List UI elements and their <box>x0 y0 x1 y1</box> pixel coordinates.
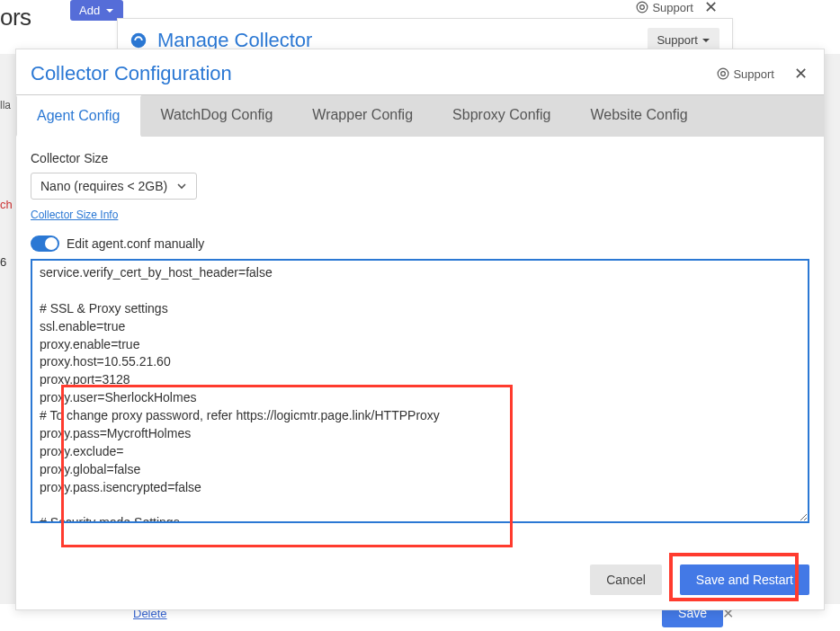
close-icon[interactable]: ✕ <box>702 0 719 17</box>
svg-point-4 <box>721 72 726 76</box>
agent-conf-textarea[interactable] <box>31 259 809 523</box>
inner-modal-top-right: Support ✕ <box>717 64 809 84</box>
collector-config-modal: Collector Configuration Support ✕ Agent … <box>15 49 825 610</box>
collector-size-value: Nano (requires < 2GB) <box>40 179 167 193</box>
tab-agent-config[interactable]: Agent Config <box>16 95 141 137</box>
support-link[interactable]: Support <box>717 67 774 81</box>
collector-size-info-link[interactable]: Collector Size Info <box>31 209 809 221</box>
modal-footer: Cancel Save and Restart <box>16 538 824 609</box>
svg-point-1 <box>640 5 645 10</box>
bg-text-fragment: lla <box>0 99 11 111</box>
bg-text-fragment: ch <box>0 198 13 211</box>
bg-text-fragment: 6 <box>0 255 6 269</box>
inner-modal-title: Collector Configuration <box>31 62 717 85</box>
collector-size-label: Collector Size <box>31 151 809 165</box>
add-button[interactable]: Add <box>70 0 123 21</box>
tab-wrapper-config[interactable]: Wrapper Config <box>292 95 433 137</box>
config-tabs: Agent Config WatchDog Config Wrapper Con… <box>16 94 824 137</box>
tab-website-config[interactable]: Website Config <box>570 95 707 137</box>
chevron-down-icon <box>176 181 187 191</box>
support-label: Support <box>733 67 774 81</box>
bg-title-fragment: ors <box>0 4 31 31</box>
edit-manually-label: Edit agent.conf manually <box>67 236 204 251</box>
svg-point-0 <box>638 2 648 13</box>
svg-point-2 <box>131 32 147 48</box>
edit-manually-toggle[interactable] <box>31 236 59 252</box>
support-icon <box>717 67 729 80</box>
inner-modal-header: Collector Configuration Support ✕ <box>16 49 824 94</box>
support-label: Support <box>652 1 693 14</box>
cancel-button[interactable]: Cancel <box>590 564 662 595</box>
support-link[interactable]: Support <box>636 1 693 14</box>
close-icon[interactable]: ✕ <box>792 64 809 84</box>
collector-size-select[interactable]: Nano (requires < 2GB) <box>31 173 197 200</box>
edit-manually-row: Edit agent.conf manually <box>31 236 809 252</box>
support-button-label: Support <box>657 33 698 47</box>
tab-watchdog-config[interactable]: WatchDog Config <box>141 95 293 137</box>
logicmonitor-logo-icon <box>130 32 147 49</box>
svg-point-3 <box>719 68 729 79</box>
chevron-down-icon <box>105 6 114 15</box>
outer-modal-top-right: Support ✕ <box>636 0 719 17</box>
tab-sbproxy-config[interactable]: Sbproxy Config <box>433 95 570 137</box>
agent-conf-wrap <box>31 259 809 527</box>
agent-config-panel: Collector Size Nano (requires < 2GB) Col… <box>16 137 824 538</box>
support-icon <box>636 1 648 13</box>
save-and-restart-button[interactable]: Save and Restart <box>680 564 809 595</box>
add-button-label: Add <box>79 4 100 17</box>
chevron-down-icon <box>701 36 710 45</box>
